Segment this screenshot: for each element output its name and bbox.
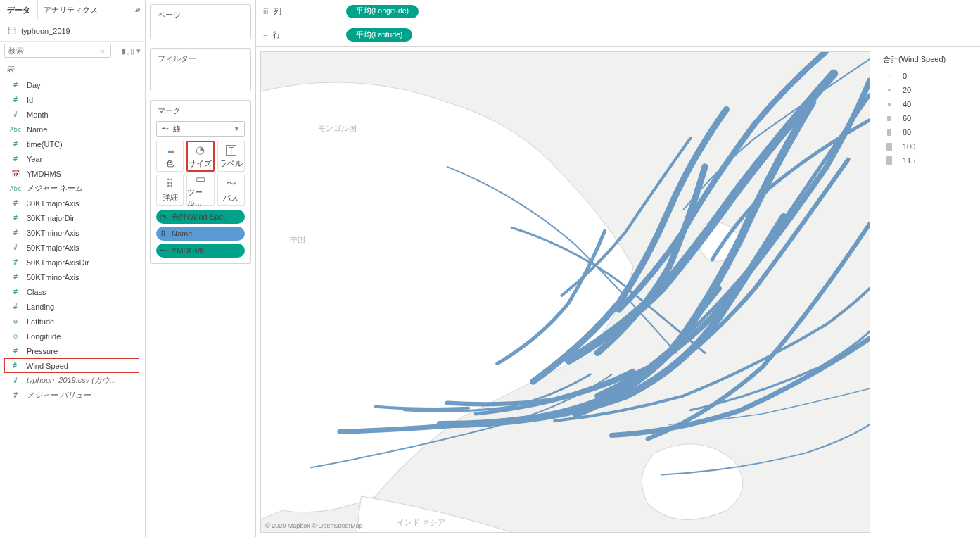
field-name: Landing [27,303,54,311]
legend-value: 40 [903,100,911,108]
field-pressure[interactable]: #Pressure [0,343,145,358]
pill-label: Name [172,229,192,238]
field-wind-speed[interactable]: #Wind Speed [4,358,139,373]
columns-label: 列 [274,6,281,17]
field-50ktmajoraxisdir[interactable]: #50KTmajorAxisDir [0,255,145,270]
field-longitude[interactable]: ⊕Longitude [0,329,145,343]
legend-row: 80 [883,125,972,139]
pill-label: 合計(Wind Spe.. [172,212,227,222]
marks-card: マーク 〜 線 ▼ ●● 色 ◔ サイズ 🅃 ラベル [150,100,251,264]
pages-card[interactable]: ページ [150,4,251,39]
mark-tooltip-label: ツール... [187,187,213,208]
path-icon: 〜 [158,245,169,256]
field-name: Day [27,81,41,89]
mark-type-label: 線 [173,124,181,134]
field-30ktmajordir[interactable]: #30KTmajorDir [0,210,145,225]
field-ymdhms[interactable]: 📅YMDHMS [0,166,145,181]
field-year[interactable]: #Year [0,151,145,166]
mark-color-label: 色 [166,158,174,169]
pill-ymdhms[interactable]: 〜 YMDHMS [156,244,245,258]
field-id[interactable]: #Id [0,92,145,107]
rows-pill[interactable]: 平均(Latitude) [346,28,412,42]
rows-shelf[interactable]: ≡ 行 平均(Latitude) [256,23,980,46]
tab-analytics-label: アナリティクス [44,5,98,15]
mark-size[interactable]: ◔ サイズ [186,141,214,172]
field----------[interactable]: #メジャー バリュー [0,388,145,403]
mark-pills: ◔ 合計(Wind Spe.. ⠿ Name 〜 YMDHMS [151,210,250,263]
field-type-icon: # [10,214,21,222]
field-type-icon: # [10,96,21,103]
legend-row: 0 [883,69,972,83]
field-name: Year [27,155,42,163]
field-name[interactable]: AbcName [0,122,145,137]
field-typhoon_2019-csv-------[interactable]: #typhoon_2019.csv (カウ... [0,373,145,388]
mark-path[interactable]: 〜 パス [217,175,245,206]
mark-label[interactable]: 🅃 ラベル [217,141,245,172]
size-legend[interactable]: 合計(Wind Speed) 020406080100115 [874,47,980,537]
filters-card-header: フィルター [151,49,250,69]
legend-row: 40 [883,97,972,111]
field-class[interactable]: #Class [0,284,145,299]
field-50ktminoraxis[interactable]: #50KTminorAxis [0,270,145,284]
view-options[interactable]: ▮▯▯ ▾ [122,46,141,56]
marks-grid: ●● 色 ◔ サイズ 🅃 ラベル ⠿ 詳細 ▭ ツール... [151,137,250,210]
search-row: ⌕ ▮▯▯ ▾ [0,42,145,60]
legend-swatch [888,89,891,91]
field-type-icon: # [10,199,21,207]
search-input[interactable] [4,44,111,58]
legend-swatch [888,103,891,106]
tab-data[interactable]: データ [0,0,37,20]
tab-analytics[interactable]: アナリティクス ▴▾ [37,0,145,20]
datasource-row[interactable]: typhoon_2019 [0,20,145,42]
field-name: 50KTminorAxis [27,273,79,282]
field-type-icon: # [10,273,21,281]
line-icon: 〜 [161,124,169,134]
field---------[interactable]: Abcメジャー ネーム [0,181,145,196]
mark-detail[interactable]: ⠿ 詳細 [156,175,184,206]
legend-swatch [889,76,891,77]
detail-icon: ⠿ [158,228,169,239]
field-month[interactable]: #Month [0,107,145,122]
mark-type-select[interactable]: 〜 線 ▼ [156,121,245,137]
field-time-utc-[interactable]: #time(UTC) [0,137,145,151]
columns-shelf[interactable]: iii 列 平均(Longitude) [256,0,980,23]
data-pane: データ アナリティクス ▴▾ typhoon_2019 ⌕ ▮▯▯ ▾ 表 #D… [0,0,146,537]
field-30ktmajoraxis[interactable]: #30KTmajorAxis [0,196,145,210]
field-30ktminoraxis[interactable]: #30KTminorAxis [0,225,145,240]
field-type-icon: ⊕ [10,317,21,325]
mark-color[interactable]: ●● 色 [156,141,184,172]
side-tabs: データ アナリティクス ▴▾ [0,0,145,20]
field-name: 30KTmajorDir [27,214,75,222]
updown-icon: ▴▾ [135,6,139,13]
pages-card-header: ページ [151,5,250,25]
rows-icon: ≡ [263,31,267,39]
legend-row: 20 [883,83,972,97]
field-type-icon: # [10,110,21,118]
field-name: メジャー ネーム [27,183,83,194]
field-name: 50KTmajorAxis [27,244,79,252]
map-viz[interactable]: モンゴル国 中国 インド ネシア [260,51,870,533]
field-type-icon: # [10,347,21,355]
legend-value: 80 [903,128,911,137]
pill-sum-wind[interactable]: ◔ 合計(Wind Spe.. [156,210,245,224]
field-type-icon: # [10,377,21,384]
field-50ktmajoraxis[interactable]: #50KTmajorAxis [0,240,145,255]
columns-pill[interactable]: 平均(Longitude) [346,5,419,18]
field-type-icon: # [10,229,21,236]
field-day[interactable]: #Day [0,77,145,92]
mark-path-label: パス [223,193,238,203]
field-latitude[interactable]: ⊕Latitude [0,314,145,329]
field-name: time(UTC) [27,140,63,149]
pill-name[interactable]: ⠿ Name [156,227,245,241]
field-type-icon: # [10,303,21,310]
field-landing[interactable]: #Landing [0,299,145,314]
legend-row: 115 [883,153,972,168]
map-label-indonesia: インド ネシア [397,518,445,526]
legend-value: 100 [903,142,915,151]
svg-point-0 [8,27,15,30]
filters-card[interactable]: フィルター [150,48,251,91]
field-name: Longitude [27,332,61,341]
legend-title: 合計(Wind Speed) [883,54,972,65]
field-type-icon: # [10,140,21,148]
mark-tooltip[interactable]: ▭ ツール... [186,175,214,206]
